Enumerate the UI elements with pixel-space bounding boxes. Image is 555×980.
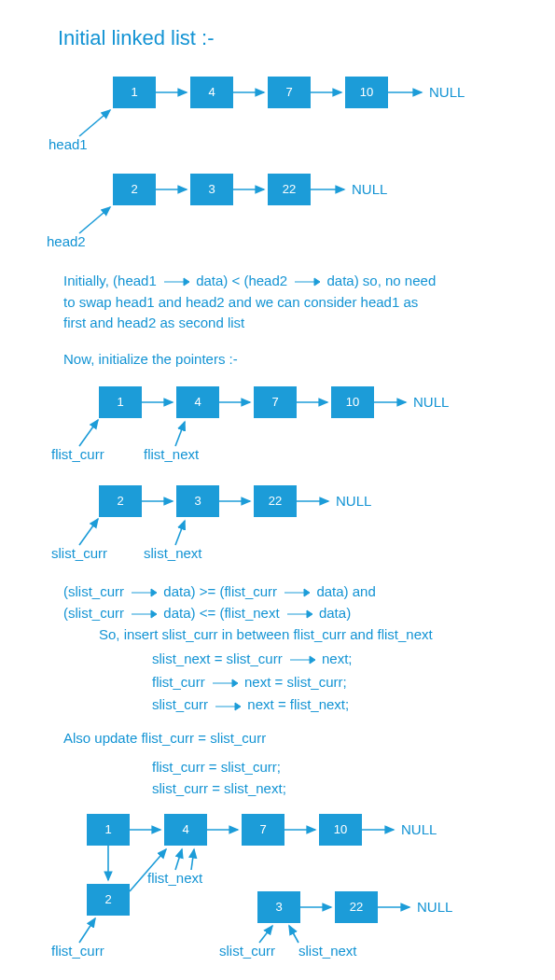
slist-node-0: 2 xyxy=(99,485,142,517)
arrow-icon xyxy=(289,649,315,670)
final-node-4: 4 xyxy=(164,814,207,846)
final-node-2: 2 xyxy=(87,884,130,916)
svg-line-45 xyxy=(175,849,182,870)
svg-line-32 xyxy=(79,420,98,446)
final-node-7: 7 xyxy=(242,814,284,846)
code2-l2: slist_curr = slist_next; xyxy=(152,780,286,796)
flist-node-1: 4 xyxy=(176,386,219,418)
flist-curr-label1: flist_curr xyxy=(51,446,104,462)
svg-line-27 xyxy=(79,207,110,233)
subtitle1: Now, initialize the pointers :- xyxy=(63,349,238,370)
svg-marker-17 xyxy=(235,703,241,710)
svg-marker-3 xyxy=(314,278,320,286)
final-node-22: 22 xyxy=(335,891,378,923)
code1-l2b: next = slist_curr; xyxy=(244,674,347,690)
head2-label: head2 xyxy=(47,233,86,249)
code1-l3b: next = flist_next; xyxy=(247,696,349,712)
final-null-1: NULL xyxy=(401,821,437,837)
code1-l1b: next; xyxy=(322,651,353,666)
condition-text: (slist_curr data) >= (flist_curr data) a… xyxy=(63,581,433,645)
list2-node-2: 22 xyxy=(268,174,311,205)
flist-next-label1: flist_next xyxy=(144,446,199,462)
svg-marker-7 xyxy=(304,589,310,596)
diagram-page: Initial linked list :- 1 4 7 10 NULL hea… xyxy=(0,0,555,980)
p1-l1b: data) < (head2 xyxy=(196,273,287,288)
arrow-icon xyxy=(212,672,238,693)
list1-null: NULL xyxy=(429,84,465,100)
code-block-2: flist_curr = slist_curr; slist_curr = sl… xyxy=(152,756,286,800)
flist-curr-label2: flist_curr xyxy=(51,943,104,959)
p1-l2: to swap head1 and head2 and we can consi… xyxy=(63,294,418,310)
cond-l1c: data) and xyxy=(316,583,375,599)
list2-node-1: 3 xyxy=(190,174,233,205)
svg-marker-13 xyxy=(310,656,315,664)
flist-node-0: 1 xyxy=(99,386,142,418)
svg-line-50 xyxy=(259,926,272,943)
svg-line-46 xyxy=(191,849,194,870)
arrow-icon xyxy=(215,695,241,717)
list1-node-1: 4 xyxy=(190,77,233,108)
list2-null: NULL xyxy=(352,181,387,197)
list1-node-2: 7 xyxy=(268,77,311,108)
final-node-3: 3 xyxy=(257,891,300,923)
svg-line-38 xyxy=(175,521,185,545)
arrow-icon xyxy=(163,272,189,292)
code1-l2a: flist_curr xyxy=(152,674,205,690)
svg-marker-5 xyxy=(151,589,157,596)
svg-line-37 xyxy=(79,519,98,545)
arrow-icon xyxy=(286,604,312,624)
final-node-10: 10 xyxy=(319,814,362,846)
p1-l1a: Initially, (head1 xyxy=(63,273,157,288)
flist-node-3: 10 xyxy=(331,386,374,418)
svg-line-23 xyxy=(79,110,110,136)
paragraph1: Initially, (head1 data) < (head2 data) s… xyxy=(63,271,436,332)
slist-null: NULL xyxy=(336,493,371,509)
final-node-1: 1 xyxy=(87,814,130,846)
slist-curr-label2: slist_curr xyxy=(219,943,275,959)
slist-next-label2: slist_next xyxy=(298,943,357,959)
flist-null: NULL xyxy=(413,394,449,410)
arrow-icon xyxy=(284,582,310,603)
flist-next-label2: flist_next xyxy=(147,870,202,886)
slist-node-2: 22 xyxy=(254,485,297,517)
slist-curr-label1: slist_curr xyxy=(51,545,107,561)
slist-node-1: 3 xyxy=(176,485,219,517)
svg-marker-15 xyxy=(232,679,238,687)
cond-l3: So, insert slist_curr in between flist_c… xyxy=(99,626,433,642)
p1-l1c: data) so, no need xyxy=(326,273,436,288)
list1-node-0: 1 xyxy=(113,77,156,108)
cond-l2c: data) xyxy=(319,605,351,621)
arrow-icon xyxy=(131,604,157,624)
svg-marker-1 xyxy=(184,278,189,286)
head1-label: head1 xyxy=(49,136,88,152)
svg-marker-9 xyxy=(151,610,157,618)
cond-l2a: (slist_curr xyxy=(63,605,124,621)
arrow-icon xyxy=(131,582,157,603)
flist-node-2: 7 xyxy=(254,386,297,418)
svg-line-51 xyxy=(289,926,298,943)
final-null-2: NULL xyxy=(417,899,452,915)
svg-line-47 xyxy=(79,918,95,943)
svg-line-33 xyxy=(175,422,185,446)
code1-l1a: slist_next = slist_curr xyxy=(152,651,283,666)
code2-l1: flist_curr = slist_curr; xyxy=(152,759,281,775)
list1-node-3: 10 xyxy=(345,77,388,108)
subtitle2: Also update flist_curr = slist_curr xyxy=(63,728,266,749)
page-title: Initial linked list :- xyxy=(58,26,215,50)
list2-node-0: 2 xyxy=(113,174,156,205)
code1-l3a: slist_curr xyxy=(152,696,208,712)
p1-l3: first and head2 as second list xyxy=(63,315,244,330)
arrow-icon xyxy=(294,272,320,292)
code-block-1: slist_next = slist_curr next; flist_curr… xyxy=(152,648,353,717)
cond-l1a: (slist_curr xyxy=(63,583,124,599)
svg-marker-11 xyxy=(307,610,312,618)
cond-l1b: data) >= (flist_curr xyxy=(163,583,277,599)
cond-l2b: data) <= (flist_next xyxy=(163,605,279,621)
slist-next-label1: slist_next xyxy=(144,545,202,561)
